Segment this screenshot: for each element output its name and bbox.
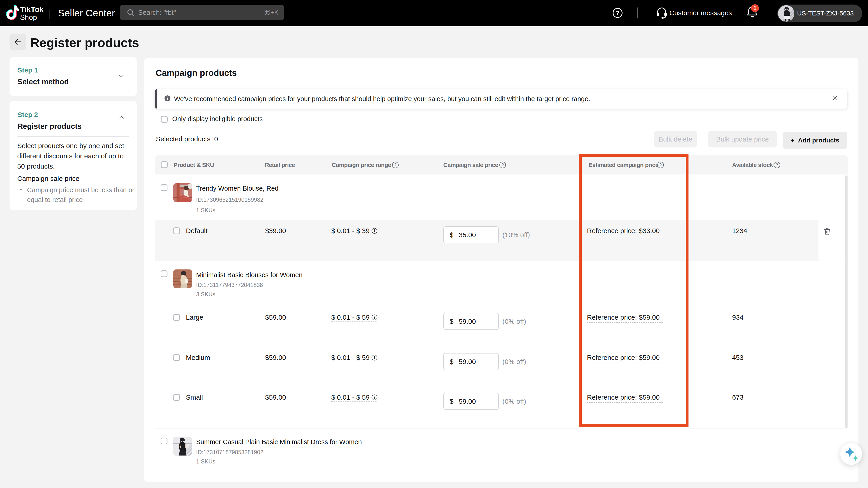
svg-text:?: ? [776,163,778,167]
svg-text:?: ? [501,163,504,167]
svg-text:?: ? [394,163,397,167]
svg-text:?: ? [616,10,619,16]
